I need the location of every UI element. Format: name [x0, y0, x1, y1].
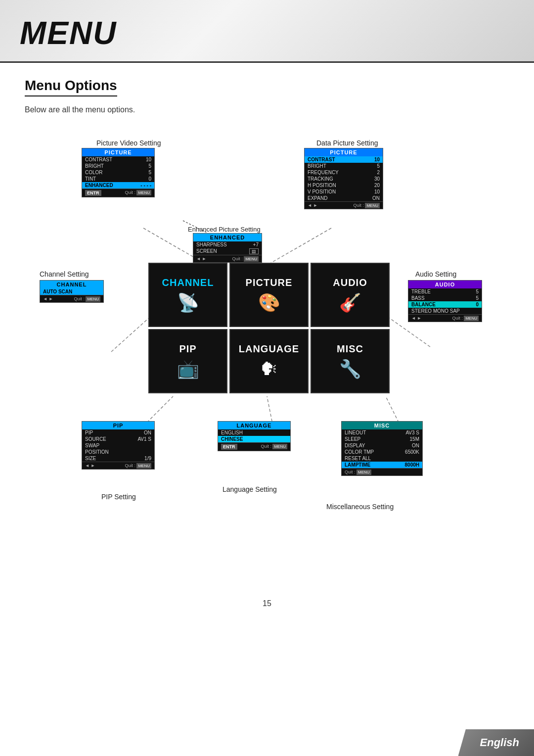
menu-cell-language[interactable]: LANGUAGE 🗣	[229, 329, 309, 393]
pip-footer: ◄ ► Quit : MENU	[82, 462, 154, 469]
picture-video-panel: PICTURE CONTRAST10 BRIGHT5 COLOR5 TINT0 …	[82, 148, 155, 197]
ch-row-autoscan: AUTO SCAN	[40, 288, 103, 295]
menu-title: MENU	[20, 15, 514, 51]
lang-row-english: ENGLISH	[218, 429, 290, 436]
misc-row-resetall: RESET ALL	[342, 455, 422, 462]
enh-footer: ◄ ► Quit : MENU	[193, 255, 262, 262]
pip-setting-label: PIP Setting	[101, 493, 136, 501]
dp-row-contrast: CONTRAST10	[305, 156, 383, 163]
pv-footer: ENTR Quit : MENU	[82, 189, 154, 197]
misc-cell-icon: 🔧	[339, 359, 361, 379]
misc-row-lineout: LINEOUTAV3 S	[342, 429, 422, 436]
menu-cell-picture[interactable]: PICTURE 🎨	[229, 263, 309, 327]
dp-footer: ◄ ► Quit : MENU	[305, 201, 383, 209]
audio-cell-label: AUDIO	[333, 277, 367, 288]
enhanced-panel: ENHANCED SHARPNESS+7 SCREEN ▤ ◄ ► Quit :…	[193, 233, 262, 263]
dp-row-tracking: TRACKING30	[305, 176, 383, 182]
pv-row-tint: TINT0	[82, 176, 154, 182]
language-cell-label: LANGUAGE	[239, 343, 299, 355]
audio-row-balance: BALANCE0	[408, 301, 482, 308]
pip-row-position: POSITION	[82, 449, 154, 455]
channel-panel: CHANNEL AUTO SCAN ◄ ► Quit : MENU	[40, 280, 104, 303]
dp-row-freq: FREQUENCY2	[305, 169, 383, 176]
dp-row-vpos: V POSITION10	[305, 189, 383, 195]
menu-cell-channel[interactable]: CHANNEL 📡	[148, 263, 227, 327]
pip-row-size: SIZE1/9	[82, 455, 154, 462]
channel-cell-icon: 📡	[177, 292, 199, 313]
menu-cell-misc[interactable]: MISC 🔧	[311, 329, 390, 393]
data-picture-panel: PICTURE CONTRAST10 BRIGHT5 FREQUENCY2 TR…	[304, 148, 383, 209]
header-section: MENU	[0, 0, 534, 63]
lang-footer: ENTR Quit : MENU	[218, 442, 290, 451]
audio-footer: ◄ ► Quit : MENU	[408, 314, 482, 322]
english-badge: English	[458, 729, 534, 756]
section-desc: Below are all the menu options.	[25, 105, 509, 114]
language-cell-icon: 🗣	[260, 359, 278, 379]
svg-line-2	[111, 317, 150, 352]
menu-cell-audio[interactable]: AUDIO 🎸	[311, 263, 390, 327]
misc-header: MISC	[342, 422, 422, 429]
language-panel: LANGUAGE ENGLISH CHINESE ENTR Quit : MEN…	[218, 421, 291, 451]
misc-footer: Quit : MENU	[342, 468, 422, 475]
picture-cell-icon: 🎨	[258, 292, 280, 313]
language-setting-label: Language Setting	[222, 485, 277, 493]
audio-row-bass: BASS5	[408, 295, 482, 301]
audio-setting-label: Audio Setting	[415, 270, 456, 278]
pv-row-contrast: CONTRAST10	[82, 156, 154, 163]
content-area: Menu Options Below are all the menu opti…	[0, 63, 534, 589]
data-picture-label: Data Picture Setting	[316, 139, 378, 147]
channel-cell-label: CHANNEL	[162, 277, 214, 288]
audio-header: AUDIO	[408, 281, 482, 288]
audio-row-treble: TREBLE5	[408, 288, 482, 295]
enh-row-sharpness: SHARPNESS+7	[193, 241, 262, 248]
audio-cell-icon: 🎸	[339, 292, 361, 313]
page-number: 15	[263, 599, 271, 608]
picture-cell-label: PICTURE	[246, 277, 293, 288]
pip-row-pip: PIPON	[82, 429, 154, 436]
menu-cell-pip[interactable]: PIP 📺	[148, 329, 227, 393]
diagram-area: Picture Video Setting PICTURE CONTRAST10…	[25, 129, 509, 574]
page-footer: 15	[0, 599, 534, 608]
menu-grid: CHANNEL 📡 PICTURE 🎨 AUDIO 🎸 PIP 📺 LANGUA…	[148, 263, 390, 393]
dp-row-hpos: H POSITION20	[305, 182, 383, 189]
pv-row-bright: BRIGHT5	[82, 163, 154, 169]
picture-video-label: Picture Video Setting	[96, 139, 161, 147]
enh-row-screen: SCREEN ▤	[193, 248, 262, 255]
lang-row-chinese: CHINESE	[218, 436, 290, 442]
dp-row-expand: EXPANDON	[305, 195, 383, 201]
lang-header: LANGUAGE	[218, 422, 290, 429]
audio-row-stereo: STEREO MONO SAP	[408, 308, 482, 314]
misc-panel: MISC LINEOUTAV3 S SLEEP15M DISPLAYON COL…	[341, 421, 423, 476]
misc-row-colortmp: COLOR TMP6500K	[342, 449, 422, 455]
pip-row-source: SOURCEAV1 S	[82, 436, 154, 442]
ch-header: CHANNEL	[40, 281, 103, 288]
dp-header: PICTURE	[305, 148, 383, 156]
enhanced-header: ENHANCED	[193, 234, 262, 241]
pv-row-color: COLOR5	[82, 169, 154, 176]
pv-row-enhanced: ENHANCED- - - -	[82, 182, 154, 189]
dp-row-bright: BRIGHT5	[305, 163, 383, 169]
misc-row-display: DISPLAYON	[342, 442, 422, 449]
section-title: Menu Options	[25, 78, 117, 96]
pip-row-swap: SWAP	[82, 442, 154, 449]
misc-row-sleep: SLEEP15M	[342, 436, 422, 442]
channel-setting-label: Channel Setting	[40, 270, 89, 278]
pip-cell-label: PIP	[179, 343, 196, 355]
ch-footer: ◄ ► Quit : MENU	[40, 295, 103, 302]
audio-panel: AUDIO TREBLE5 BASS5 BALANCE0 STEREO MONO…	[408, 280, 482, 322]
pip-header: PIP	[82, 422, 154, 429]
pip-cell-icon: 📺	[177, 359, 199, 379]
misc-row-lamptime: LAMPTIME8000H	[342, 462, 422, 468]
picture-video-header: PICTURE	[82, 148, 154, 156]
misc-setting-label: Miscellaneous Setting	[326, 503, 394, 511]
misc-cell-label: MISC	[337, 343, 363, 355]
svg-line-1	[267, 228, 331, 265]
pip-panel: PIP PIPON SOURCEAV1 S SWAP POSITION SIZE…	[82, 421, 155, 470]
enhanced-setting-label: Enhanced Picture Setting	[188, 226, 261, 233]
